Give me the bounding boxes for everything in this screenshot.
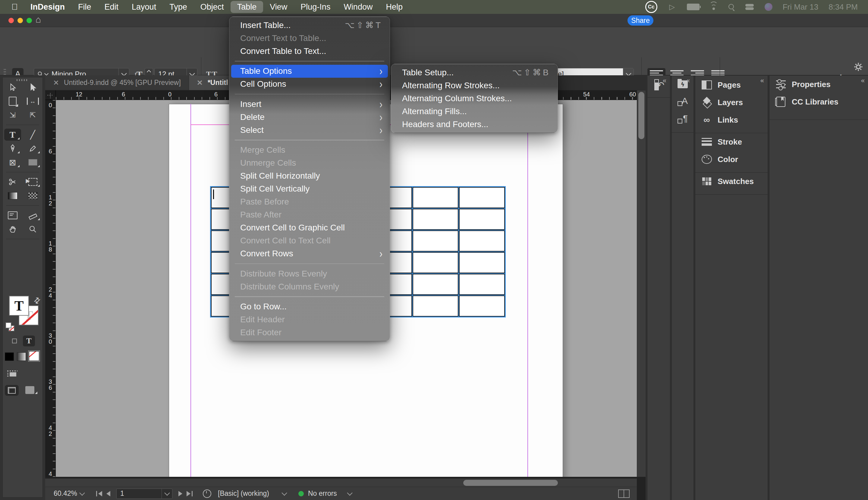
preflight-icon[interactable] (203, 489, 211, 498)
menu-plug-ins[interactable]: Plug-Ins (294, 1, 337, 13)
page-tool-icon[interactable] (4, 95, 21, 107)
default-fill-stroke-icon[interactable] (5, 322, 16, 332)
close-tab-icon[interactable]: ✕ (197, 79, 203, 87)
panel-tab-color[interactable]: Color (695, 151, 768, 168)
first-page-button[interactable] (96, 491, 102, 496)
battery-icon[interactable] (687, 4, 700, 10)
table-cell[interactable] (459, 230, 505, 251)
menu-indesign[interactable]: InDesign (24, 1, 71, 13)
menu-item-table-setup[interactable]: Table Setup...⌥⇧⌘B (393, 66, 556, 79)
table-cell[interactable] (459, 274, 505, 295)
formatting-affects-text-button[interactable]: T (23, 336, 35, 346)
menu-file[interactable]: File (71, 1, 98, 13)
home-icon[interactable]: ⌂ (35, 14, 41, 25)
screen-mode-normal-button[interactable] (5, 385, 19, 396)
apply-color-button[interactable] (5, 352, 14, 361)
content-collector-tool-icon[interactable]: ⇲ (4, 109, 21, 121)
pen-tool-icon[interactable] (4, 143, 21, 155)
table-cell[interactable] (459, 252, 505, 273)
table-cell[interactable] (413, 252, 458, 273)
table-cell[interactable] (413, 274, 458, 295)
formatting-affects-container-button[interactable] (12, 339, 17, 343)
free-transform-tool-icon[interactable] (24, 176, 41, 188)
share-button[interactable]: Share (627, 15, 654, 26)
zoom-level-control[interactable]: 60.42% (54, 489, 84, 498)
panel-tab-properties[interactable]: Properties (769, 76, 868, 93)
menu-item-insert-table[interactable]: Insert Table...⌥⇧⌘T (231, 19, 388, 32)
menu-window[interactable]: Window (337, 1, 379, 13)
panel-tab-links[interactable]: ∞Links (695, 111, 768, 129)
apply-gradient-button[interactable] (17, 352, 26, 361)
creative-cloud-icon[interactable]: Cc (645, 1, 657, 13)
swap-fill-stroke-icon[interactable]: ⇄ (31, 295, 43, 306)
note-tool-icon[interactable] (4, 209, 21, 221)
table-cell[interactable] (413, 209, 458, 230)
next-page-button[interactable] (178, 491, 182, 496)
menu-layout[interactable]: Layout (125, 1, 163, 13)
zoom-tool-icon[interactable] (24, 223, 41, 235)
hand-tool-icon[interactable] (4, 223, 21, 235)
table-cell[interactable] (413, 295, 458, 317)
screen-mirroring-icon[interactable]: ▷ (668, 2, 677, 11)
line-tool-icon[interactable]: ╱ (24, 129, 41, 141)
menu-bar-date[interactable]: Fri Mar 13 (783, 2, 818, 12)
content-placer-tool-icon[interactable]: ⇱ (24, 109, 41, 121)
fill-indicator[interactable]: T (9, 296, 29, 316)
pencil-tool-icon[interactable] (24, 143, 41, 155)
vertical-scrollbar[interactable] (637, 90, 646, 477)
menu-object[interactable]: Object (194, 1, 231, 13)
gear-icon[interactable] (853, 61, 864, 73)
vertical-ruler[interactable]: 061 21 82 43 03 64 24 8 (45, 100, 56, 477)
panel-tab-layers[interactable]: Layers (695, 94, 768, 111)
collapse-dock-icon[interactable]: « (861, 77, 865, 84)
gradient-feather-tool-icon[interactable] (24, 190, 41, 202)
menu-item-cell-options[interactable]: Cell Options› (231, 78, 388, 91)
previous-page-button[interactable] (107, 491, 110, 496)
gradient-tool-icon[interactable] (4, 190, 21, 202)
menu-help[interactable]: Help (379, 1, 409, 13)
menu-item-select[interactable]: Select› (231, 124, 388, 136)
close-tab-icon[interactable]: ✕ (53, 79, 59, 87)
spread-view-icon[interactable] (618, 489, 630, 498)
preflight-errors-control[interactable]: No errors (308, 489, 352, 498)
character-styles-icon[interactable]: A (672, 93, 693, 111)
close-window-button[interactable] (9, 18, 14, 23)
menu-view[interactable]: View (263, 1, 294, 13)
direct-selection-tool-icon[interactable] (24, 81, 41, 93)
measure-tool-icon[interactable] (24, 209, 41, 221)
menu-item-insert[interactable]: Insert› (231, 98, 388, 111)
menu-edit[interactable]: Edit (98, 1, 125, 13)
menu-bar-clock[interactable]: 8:34 PM (828, 2, 858, 12)
toolbar-grip[interactable] (16, 79, 29, 81)
table-cell[interactable] (459, 295, 505, 317)
type-tool-icon[interactable]: T (4, 129, 21, 141)
menu-item-alternating-column-strokes[interactable]: Alternating Column Strokes... (393, 92, 556, 105)
gap-tool-icon[interactable]: ↔ (24, 95, 41, 107)
preflight-profile-control[interactable]: [Basic] (working) (218, 489, 286, 498)
control-center-icon[interactable] (745, 4, 754, 10)
rectangle-tool-icon[interactable] (24, 156, 41, 168)
panel-tab-pages[interactable]: Pages (695, 76, 768, 94)
menu-type[interactable]: Type (163, 1, 194, 13)
page-number-dropdown[interactable] (162, 489, 172, 499)
table-cell[interactable] (413, 230, 458, 251)
selection-tool-icon[interactable] (4, 81, 21, 93)
panel-tab-stroke[interactable]: Stroke (695, 133, 768, 151)
view-options-icon[interactable] (7, 371, 18, 377)
document-tab[interactable]: ✕ Untitled-9.indd @ 45% [GPU Preview] (45, 75, 189, 90)
menu-item-split-cell-horizontally[interactable]: Split Cell Horizontally (231, 170, 388, 183)
panel-tab-cc-libraries[interactable]: CC Libraries (769, 93, 868, 111)
menu-item-convert-table-to-text[interactable]: Convert Table to Text... (231, 45, 388, 58)
menu-item-split-cell-vertically[interactable]: Split Cell Vertically (231, 183, 388, 195)
minimize-window-button[interactable] (18, 18, 23, 23)
frame-tool-icon[interactable]: ⊠ (4, 156, 21, 168)
vertical-scrollbar-thumb[interactable] (638, 92, 644, 139)
scissors-tool-icon[interactable] (4, 176, 21, 188)
screen-mode-preview-button[interactable] (25, 386, 34, 394)
page-number-field[interactable]: 1 (116, 489, 173, 499)
apple-menu-icon[interactable]:  (0, 2, 24, 12)
paragraph-styles-icon[interactable]: ¶ (672, 111, 693, 128)
table-cell[interactable] (413, 187, 458, 208)
table-cell[interactable] (459, 187, 505, 208)
menu-item-headers-and-footers[interactable]: Headers and Footers... (393, 118, 556, 131)
